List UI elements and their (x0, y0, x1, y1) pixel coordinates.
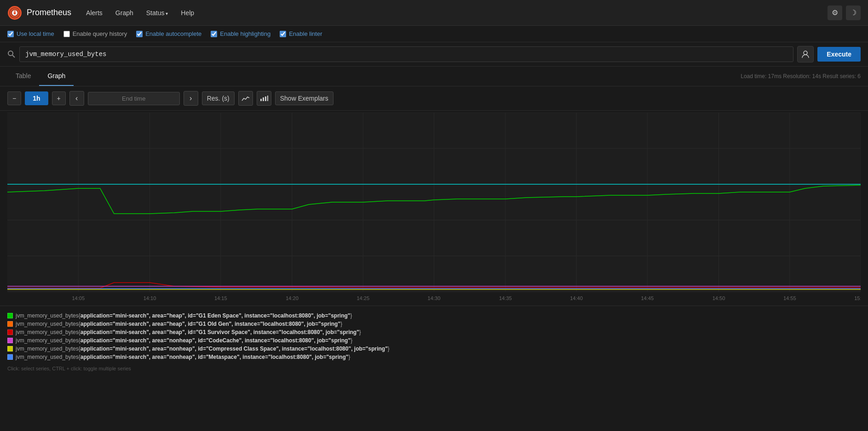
brand: Prometheus (7, 6, 71, 20)
execute-button[interactable]: Execute (817, 47, 861, 62)
use-local-time-label: Use local time (17, 30, 54, 37)
autocomplete-label: Enable autocomplete (145, 30, 201, 37)
use-local-time-option[interactable]: Use local time (7, 30, 54, 37)
svg-text:14:45: 14:45 (641, 295, 654, 301)
legend-swatch-survivor (7, 329, 13, 335)
svg-line-2 (12, 55, 15, 57)
chart-svg: 14:05 14:10 14:15 14:20 14:25 14:30 14:3… (7, 113, 861, 306)
legend-item[interactable]: jvm_memory_used_bytes{application="mini-… (7, 353, 861, 361)
highlighting-checkbox[interactable] (211, 31, 217, 37)
svg-rect-6 (265, 96, 266, 101)
nav-graph[interactable]: Graph (110, 6, 139, 20)
svg-text:14:55: 14:55 (783, 295, 796, 301)
svg-point-1 (8, 51, 13, 56)
legend-hint: Click: select series, CTRL + click: togg… (0, 366, 868, 375)
tab-table[interactable]: Table (7, 67, 39, 86)
svg-text:14:20: 14:20 (286, 295, 299, 301)
legend-text-codecache: jvm_memory_used_bytes{application="mini-… (16, 337, 352, 344)
legend-text-compclass: jvm_memory_used_bytes{application="mini-… (16, 346, 390, 352)
legend-text-oldgen: jvm_memory_used_bytes{application="mini-… (16, 321, 342, 327)
svg-text:14:40: 14:40 (570, 295, 583, 301)
svg-text:14:35: 14:35 (499, 295, 512, 301)
highlighting-label: Enable highlighting (220, 30, 270, 37)
linter-option[interactable]: Enable linter (280, 30, 322, 37)
autocomplete-checkbox[interactable] (136, 31, 143, 37)
use-local-time-checkbox[interactable] (7, 31, 14, 37)
legend-swatch-compclass (7, 346, 13, 352)
legend-text-eden: jvm_memory_used_bytes{application="mini-… (16, 312, 352, 319)
prometheus-logo (7, 6, 22, 20)
legend-text-metaspace: jvm_memory_used_bytes{application="mini-… (16, 354, 351, 360)
query-input[interactable] (19, 46, 793, 62)
controls-row: − 1h + ‹ › Res. (s) Show Exemplars (0, 86, 868, 111)
legend-item[interactable]: jvm_memory_used_bytes{application="mini-… (7, 320, 861, 328)
legend-item[interactable]: jvm_memory_used_bytes{application="mini-… (7, 345, 861, 353)
search-icon (7, 50, 16, 58)
increase-duration-button[interactable]: + (52, 91, 66, 105)
legend-text-survivor: jvm_memory_used_bytes{application="mini-… (16, 329, 361, 335)
autocomplete-option[interactable]: Enable autocomplete (136, 30, 201, 37)
legend-area: jvm_memory_used_bytes{application="mini-… (0, 306, 868, 363)
legend-swatch-metaspace (7, 354, 13, 360)
user-icon-button[interactable] (797, 46, 814, 62)
navbar-right: ⚙ ☽ (828, 6, 861, 20)
legend-item[interactable]: jvm_memory_used_bytes{application="mini-… (7, 336, 861, 345)
svg-text:14:15: 14:15 (214, 295, 227, 301)
navbar-links: Alerts Graph Status Help (80, 6, 828, 20)
nav-help[interactable]: Help (175, 6, 200, 20)
brand-label: Prometheus (27, 8, 71, 17)
svg-text:14:25: 14:25 (356, 295, 369, 301)
settings-button[interactable]: ⚙ (828, 6, 842, 20)
show-exemplars-button[interactable]: Show Exemplars (275, 91, 333, 105)
linter-checkbox[interactable] (280, 31, 286, 37)
query-history-checkbox[interactable] (63, 31, 70, 37)
svg-rect-4 (260, 99, 262, 101)
legend-swatch-codecache (7, 338, 13, 343)
nav-alerts[interactable]: Alerts (80, 6, 108, 20)
end-time-input[interactable] (88, 92, 180, 105)
chart-wrap: 14:05 14:10 14:15 14:20 14:25 14:30 14:3… (7, 113, 861, 306)
prev-time-button[interactable]: ‹ (69, 91, 84, 106)
nav-status[interactable]: Status (141, 6, 173, 20)
next-time-button[interactable]: › (184, 91, 198, 106)
duration-button[interactable]: 1h (25, 91, 48, 105)
search-bar: Execute (0, 42, 868, 67)
query-history-label: Enable query history (73, 30, 127, 37)
legend-item[interactable]: jvm_memory_used_bytes{application="mini-… (7, 312, 861, 320)
line-chart-icon-button[interactable] (238, 91, 253, 106)
theme-toggle-button[interactable]: ☽ (846, 6, 861, 20)
svg-text:14:10: 14:10 (144, 295, 156, 301)
svg-rect-5 (263, 97, 264, 101)
legend-swatch-oldgen (7, 321, 13, 327)
resolution-input[interactable]: Res. (s) (202, 91, 235, 105)
svg-text:14:05: 14:05 (72, 295, 85, 301)
tab-graph[interactable]: Graph (39, 67, 74, 86)
options-bar: Use local time Enable query history Enab… (0, 26, 868, 42)
svg-rect-7 (267, 96, 268, 101)
stacked-chart-icon-button[interactable] (257, 91, 271, 106)
tab-bar: Table Graph Load time: 17ms Resolution: … (0, 67, 868, 86)
legend-swatch-eden (7, 313, 13, 318)
highlighting-option[interactable]: Enable highlighting (211, 30, 270, 37)
tabs: Table Graph (7, 67, 74, 86)
legend-item[interactable]: jvm_memory_used_bytes{application="mini-… (7, 328, 861, 336)
chart-container: 14:05 14:10 14:15 14:20 14:25 14:30 14:3… (0, 113, 868, 306)
linter-label: Enable linter (289, 30, 322, 37)
svg-text:15:00: 15:00 (854, 295, 861, 301)
svg-point-3 (804, 51, 807, 55)
query-history-option[interactable]: Enable query history (63, 30, 127, 37)
svg-text:14:50: 14:50 (713, 295, 725, 301)
tab-info: Load time: 17ms Resolution: 14s Result s… (741, 73, 861, 79)
decrease-duration-button[interactable]: − (7, 91, 21, 105)
svg-text:14:30: 14:30 (428, 295, 441, 301)
navbar: Prometheus Alerts Graph Status Help ⚙ ☽ (0, 0, 868, 26)
